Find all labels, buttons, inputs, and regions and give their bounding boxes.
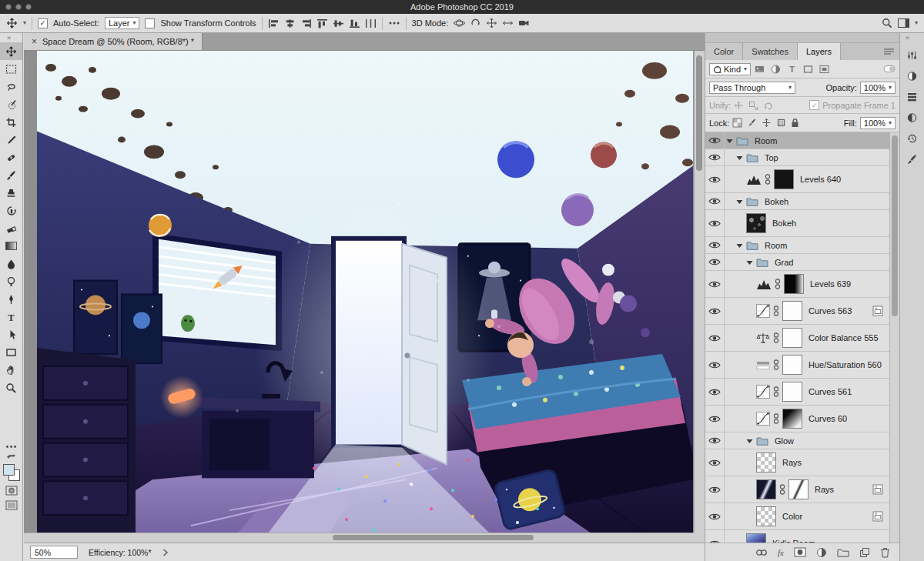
visibility-toggle-eye-icon[interactable] (705, 406, 725, 432)
filter-type-icon[interactable]: T (786, 64, 798, 75)
search-icon[interactable] (882, 18, 892, 28)
new-group-icon[interactable] (837, 548, 849, 557)
layer-mask-thumbnail[interactable] (782, 382, 802, 402)
hand-tool[interactable] (0, 361, 22, 379)
color-panel-icon[interactable] (900, 107, 924, 128)
propagate-frame-checkbox[interactable] (809, 100, 819, 110)
filter-pixel-icon[interactable] (754, 64, 765, 75)
panel-tab-swatches[interactable]: Swatches (743, 43, 798, 60)
scrollbar-thumb[interactable] (892, 135, 898, 316)
visibility-toggle-eye-icon[interactable] (705, 449, 725, 476)
move-tool[interactable] (0, 42, 22, 60)
visibility-toggle-eye-icon[interactable] (705, 149, 725, 165)
visibility-toggle-eye-icon[interactable] (705, 237, 725, 253)
visibility-toggle-eye-icon[interactable] (705, 530, 725, 543)
visibility-toggle-eye-icon[interactable] (705, 432, 725, 449)
chain-icon[interactable] (773, 332, 779, 344)
document-tab[interactable]: × Space Dream @ 50% (Room, RGB/8*) * (24, 33, 203, 50)
layer-row-glow[interactable]: Glow (705, 432, 889, 449)
status-menu-chevron-icon[interactable] (162, 549, 169, 556)
layer-row-room[interactable]: Room (705, 132, 889, 149)
visibility-toggle-eye-icon[interactable] (705, 476, 725, 503)
layer-thumbnail[interactable] (746, 213, 766, 233)
tool-preset-caret-icon[interactable]: ▾ (23, 20, 26, 26)
blur-tool[interactable] (0, 255, 22, 272)
layer-name[interactable]: Grad (775, 258, 793, 267)
dolly-3d-icon[interactable] (518, 18, 530, 28)
scrollbar-thumb[interactable] (696, 55, 702, 171)
quick-mask-icon[interactable] (5, 486, 18, 496)
chain-icon[interactable] (773, 359, 779, 371)
expand-panels-icon[interactable]: » (900, 33, 924, 45)
visibility-toggle-eye-icon[interactable] (705, 254, 725, 270)
filter-toggle-icon[interactable] (883, 65, 896, 73)
layer-row-hue-saturation-560[interactable]: Hue/Saturation 560 (705, 352, 889, 379)
chain-icon[interactable] (765, 173, 771, 185)
layer-row-levels-640[interactable]: Levels 640 (705, 166, 889, 193)
panel-drag-strip[interactable] (705, 33, 899, 43)
layer-row-top[interactable]: Top (705, 149, 889, 166)
properties-panel-icon[interactable] (900, 45, 924, 65)
type-tool[interactable]: T (0, 308, 22, 326)
visibility-toggle-eye-icon[interactable] (705, 271, 725, 297)
layer-mask-thumbnail[interactable] (784, 274, 804, 294)
window-close-button[interactable] (5, 4, 12, 10)
layer-mask-thumbnail[interactable] (788, 479, 808, 499)
scrollbar-thumb[interactable] (333, 535, 534, 540)
add-mask-icon[interactable] (794, 547, 806, 557)
delete-layer-icon[interactable] (880, 547, 890, 558)
blend-mode-select[interactable]: Pass Through ▾ (709, 82, 795, 94)
layer-filter-kind-select[interactable]: Kind ▾ (709, 63, 751, 75)
history-panel-icon[interactable] (900, 128, 924, 149)
filter-shape-icon[interactable] (802, 64, 814, 75)
align-left-icon[interactable] (268, 18, 280, 28)
layer-row-color[interactable]: Color (705, 503, 889, 530)
chevron-down-icon[interactable] (736, 199, 743, 205)
layer-mask-thumbnail[interactable] (782, 301, 802, 321)
chevron-down-icon[interactable] (746, 438, 753, 444)
brushes-panel-icon[interactable] (900, 149, 924, 169)
foreground-color-swatch[interactable] (3, 464, 15, 476)
workspace-icon[interactable] (898, 18, 909, 28)
layer-name[interactable]: Rays (782, 458, 802, 467)
visibility-toggle-eye-icon[interactable] (705, 352, 725, 378)
layer-name[interactable]: Bokeh (772, 219, 796, 228)
auto-select-checkbox[interactable] (38, 18, 48, 28)
pan-3d-icon[interactable] (486, 18, 497, 28)
quick-selection-tool[interactable] (0, 95, 22, 113)
gradient-tool[interactable] (0, 237, 22, 255)
layer-name[interactable]: Hue/Saturation 560 (808, 360, 882, 369)
layer-name[interactable]: Glow (775, 436, 794, 446)
lock-all-icon[interactable] (791, 118, 799, 128)
orbit-3d-icon[interactable] (454, 18, 465, 28)
visibility-toggle-eye-icon[interactable] (705, 210, 725, 236)
align-middle-icon[interactable] (333, 18, 344, 28)
layer-thumbnail[interactable] (756, 506, 776, 526)
layer-thumbnail[interactable] (756, 452, 776, 473)
layer-row-curves-60[interactable]: Curves 60 (705, 406, 889, 432)
layer-name[interactable]: Color Balance 555 (808, 333, 879, 342)
screen-mode-icon[interactable] (5, 500, 18, 510)
visibility-toggle-eye-icon[interactable] (705, 503, 725, 529)
layer-mask-thumbnail[interactable] (782, 355, 802, 375)
visibility-toggle-eye-icon[interactable] (705, 132, 725, 149)
swap-colors-icon[interactable] (6, 453, 16, 459)
zoom-level-field[interactable]: 50% (30, 546, 78, 559)
layer-effects-icon[interactable]: fx (778, 548, 784, 557)
layer-thumbnail[interactable] (746, 533, 766, 543)
lock-artboard-icon[interactable] (776, 118, 786, 128)
layer-mask-thumbnail[interactable] (782, 409, 802, 429)
layer-name[interactable]: Room (765, 241, 787, 250)
layers-scrollbar[interactable] (889, 132, 899, 543)
chain-icon[interactable] (775, 278, 781, 290)
rectangular-marquee-tool[interactable] (0, 60, 22, 78)
chevron-down-icon[interactable]: ▾ (915, 20, 918, 26)
chain-icon[interactable] (773, 412, 779, 425)
current-tool-icon[interactable] (6, 18, 18, 28)
canvas-artwork[interactable] (37, 51, 693, 533)
visibility-toggle-eye-icon[interactable] (705, 193, 725, 209)
eyedropper-tool[interactable] (0, 131, 22, 149)
layer-name[interactable]: Curves 561 (808, 387, 852, 396)
show-transform-checkbox[interactable] (145, 18, 155, 28)
chain-icon[interactable] (779, 483, 785, 496)
